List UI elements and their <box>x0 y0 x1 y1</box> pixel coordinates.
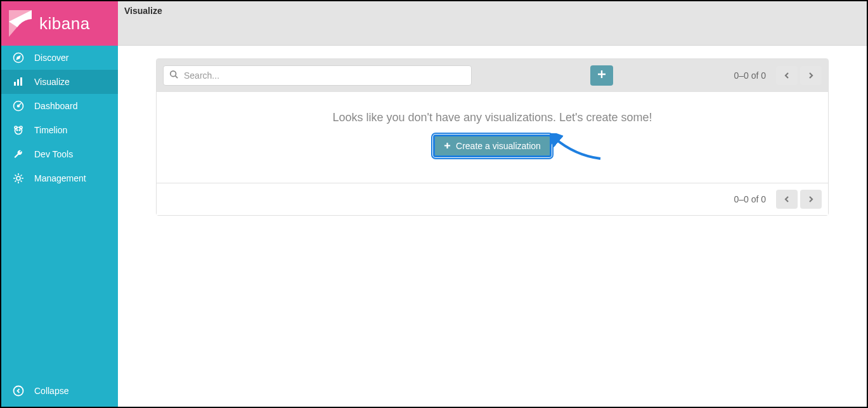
search-icon <box>169 70 178 81</box>
sidebar-item-label: Management <box>34 173 86 183</box>
annotation-arrow-icon <box>550 133 607 165</box>
svg-point-12 <box>16 129 18 131</box>
main: Visualize 0–0 of 0 <box>118 1 867 407</box>
add-visualization-button[interactable] <box>590 65 613 86</box>
panel-body: Looks like you don't have any visualizat… <box>157 92 828 183</box>
svg-point-16 <box>171 71 176 77</box>
sidebar-item-devtools[interactable]: Dev Tools <box>1 142 118 166</box>
create-visualization-label: Create a visualization <box>456 141 541 151</box>
svg-rect-5 <box>17 79 19 86</box>
gauge-icon <box>13 100 24 112</box>
visualizations-panel: 0–0 of 0 Looks like you don't have any v… <box>156 58 829 216</box>
sidebar-item-label: Dashboard <box>34 101 78 111</box>
svg-point-11 <box>15 128 22 135</box>
svg-point-15 <box>14 386 23 396</box>
plus-icon <box>597 70 606 81</box>
content: 0–0 of 0 Looks like you don't have any v… <box>118 46 867 228</box>
pager-bottom-text: 0–0 of 0 <box>734 194 766 204</box>
sidebar-item-timelion[interactable]: Timelion <box>1 118 118 142</box>
svg-point-13 <box>19 129 20 131</box>
compass-icon <box>13 52 24 63</box>
sidebar-item-management[interactable]: Management <box>1 166 118 190</box>
svg-point-14 <box>16 176 20 180</box>
sidebar-item-label: Timelion <box>34 125 67 135</box>
sidebar-collapse-label: Collapse <box>34 386 68 396</box>
panel-footer: 0–0 of 0 <box>157 183 828 215</box>
sidebar-item-label: Dev Tools <box>34 149 73 159</box>
pager-prev-button[interactable] <box>776 190 798 209</box>
empty-message: Looks like you don't have any visualizat… <box>163 111 822 124</box>
svg-rect-4 <box>14 82 16 86</box>
wrench-icon <box>13 148 24 160</box>
sidebar-item-label: Discover <box>34 53 68 63</box>
pager-prev-button[interactable] <box>776 66 798 85</box>
plus-icon <box>444 141 451 151</box>
panel-header: 0–0 of 0 <box>157 59 828 92</box>
sidebar-item-dashboard[interactable]: Dashboard <box>1 94 118 118</box>
sidebar-nav: Discover Visualize Dashboard Timelion De… <box>1 46 118 407</box>
sidebar-item-label: Visualize <box>34 77 70 87</box>
sidebar-collapse-button[interactable]: Collapse <box>1 379 118 403</box>
pager-bottom: 0–0 of 0 <box>734 190 822 209</box>
topbar: Visualize <box>118 1 867 46</box>
brand-logo[interactable]: kibana <box>1 1 118 46</box>
sidebar-item-visualize[interactable]: Visualize <box>1 70 118 94</box>
chart-icon <box>13 76 24 88</box>
sidebar-item-discover[interactable]: Discover <box>1 46 118 70</box>
create-visualization-button[interactable]: Create a visualization <box>433 135 552 157</box>
pager-top-text: 0–0 of 0 <box>734 70 766 81</box>
svg-point-8 <box>18 105 20 107</box>
search-input[interactable] <box>163 65 472 86</box>
page-title: Visualize <box>124 6 162 16</box>
pager-top: 0–0 of 0 <box>734 66 822 85</box>
collapse-icon <box>13 385 24 397</box>
svg-rect-6 <box>20 77 22 86</box>
svg-marker-3 <box>17 56 20 60</box>
pager-next-button[interactable] <box>800 190 822 209</box>
brand-name: kibana <box>39 14 90 34</box>
pager-next-button[interactable] <box>800 66 822 85</box>
gear-icon <box>13 173 24 184</box>
bear-icon <box>13 124 24 136</box>
search-wrap <box>163 65 472 86</box>
sidebar: kibana Discover Visualize Dashboard Time… <box>1 1 118 407</box>
kibana-logo-icon <box>9 10 32 37</box>
